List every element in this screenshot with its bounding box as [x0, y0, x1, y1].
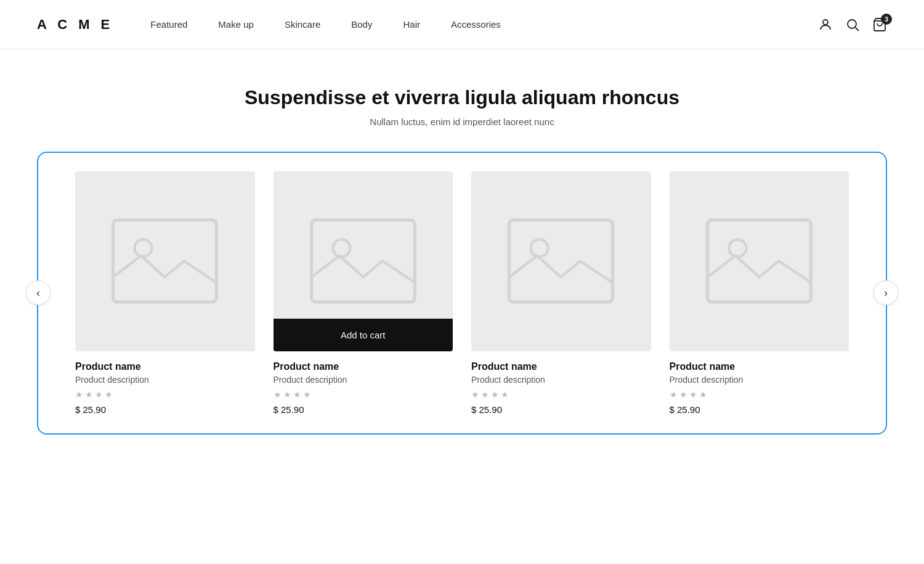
star-3: ★ — [501, 390, 509, 399]
product-price-2: $ 25.90 — [471, 404, 651, 415]
carousel-prev-button[interactable]: ‹ — [26, 280, 51, 305]
cart-badge: 3 — [881, 14, 892, 25]
star-2: ★ — [689, 390, 697, 399]
add-to-cart-button-1[interactable]: Add to cart — [274, 319, 453, 351]
star-1: ★ — [679, 390, 687, 399]
section-subtitle: Nullam luctus, enim id imperdiet laoreet… — [37, 116, 887, 127]
nav-hair[interactable]: Hair — [403, 19, 420, 30]
product-image-2 — [471, 171, 651, 351]
star-2: ★ — [491, 390, 499, 399]
product-description-1: Product description — [274, 375, 453, 385]
main-content: Suspendisse et viverra ligula aliquam rh… — [0, 49, 924, 459]
nav-accessories[interactable]: Accessories — [451, 19, 501, 30]
svg-point-1 — [848, 20, 856, 28]
product-price-1: $ 25.90 — [274, 404, 453, 415]
product-name-0: Product name — [75, 361, 255, 372]
product-price-3: $ 25.90 — [670, 404, 849, 415]
star-3: ★ — [105, 390, 113, 399]
star-1: ★ — [283, 390, 291, 399]
product-description-2: Product description — [471, 375, 651, 385]
nav-body[interactable]: Body — [351, 19, 372, 30]
product-card-0[interactable]: Product name Product description ★★★★ $ … — [75, 171, 255, 415]
svg-rect-10 — [707, 220, 811, 302]
section-header: Suspendisse et viverra ligula aliquam rh… — [37, 86, 887, 127]
svg-rect-4 — [113, 220, 217, 302]
logo: A C M E — [37, 17, 113, 33]
product-placeholder-2 — [507, 207, 615, 315]
product-stars-0: ★★★★ — [75, 390, 255, 399]
star-3: ★ — [699, 390, 707, 399]
svg-rect-6 — [311, 220, 415, 302]
nav-makeup[interactable]: Make up — [218, 19, 254, 30]
main-nav: FeaturedMake upSkincareBodyHairAccessori… — [150, 19, 818, 30]
product-image-3 — [670, 171, 849, 351]
svg-rect-8 — [509, 220, 613, 302]
product-stars-3: ★★★★ — [670, 390, 849, 399]
star-0: ★ — [274, 390, 282, 399]
product-image-1: Add to cart — [274, 171, 453, 351]
star-1: ★ — [481, 390, 489, 399]
nav-skincare[interactable]: Skincare — [285, 19, 320, 30]
products-grid: Product name Product description ★★★★ $ … — [75, 171, 849, 415]
product-description-0: Product description — [75, 375, 255, 385]
product-price-0: $ 25.90 — [75, 404, 255, 415]
product-name-1: Product name — [274, 361, 453, 372]
nav-featured[interactable]: Featured — [150, 19, 187, 30]
product-name-3: Product name — [670, 361, 849, 372]
star-0: ★ — [670, 390, 678, 399]
svg-point-9 — [531, 240, 548, 257]
product-card-1[interactable]: Add to cart Product name Product descrip… — [274, 171, 453, 415]
product-card-3[interactable]: Product name Product description ★★★★ $ … — [670, 171, 849, 415]
product-placeholder-0 — [111, 207, 219, 315]
product-placeholder-1 — [309, 207, 417, 315]
product-image-0 — [75, 171, 255, 351]
product-description-3: Product description — [670, 375, 849, 385]
star-1: ★ — [85, 390, 93, 399]
header-icons: 3 — [818, 17, 887, 32]
star-0: ★ — [75, 390, 83, 399]
product-stars-2: ★★★★ — [471, 390, 651, 399]
star-2: ★ — [95, 390, 103, 399]
product-name-2: Product name — [471, 361, 651, 372]
cart-button[interactable]: 3 — [872, 17, 887, 32]
product-stars-1: ★★★★ — [274, 390, 453, 399]
svg-point-7 — [333, 240, 350, 257]
svg-point-11 — [729, 240, 746, 257]
carousel-next-button[interactable]: › — [873, 280, 898, 305]
search-button[interactable] — [845, 17, 860, 32]
star-2: ★ — [293, 390, 301, 399]
account-button[interactable] — [818, 17, 833, 32]
svg-point-5 — [135, 240, 152, 257]
product-card-2[interactable]: Product name Product description ★★★★ $ … — [471, 171, 651, 415]
star-0: ★ — [471, 390, 479, 399]
svg-point-0 — [823, 20, 828, 25]
svg-line-2 — [856, 27, 859, 31]
product-carousel: ‹ Product name Product description ★★★★ … — [37, 152, 887, 435]
header: A C M E FeaturedMake upSkincareBodyHairA… — [0, 0, 924, 49]
product-placeholder-3 — [705, 207, 813, 315]
section-title: Suspendisse et viverra ligula aliquam rh… — [37, 86, 887, 109]
star-3: ★ — [303, 390, 311, 399]
